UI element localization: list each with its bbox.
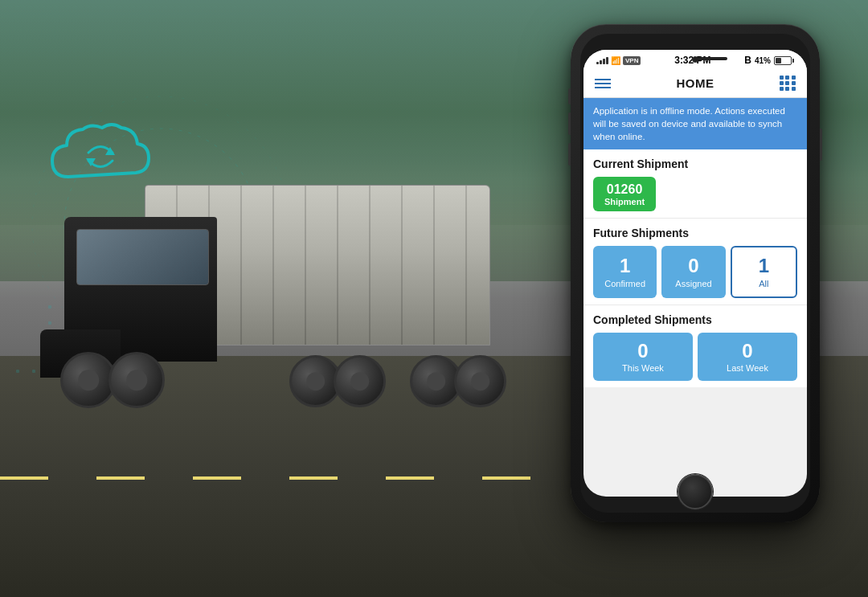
phone-outer-shell: 📶 VPN 3:32 PM B 41% (571, 24, 820, 522)
grid-dot (792, 81, 796, 85)
volume-up-button[interactable] (568, 112, 571, 135)
current-shipment-section: Current Shipment 01260 Shipment (583, 149, 807, 219)
last-week-count: 0 (742, 341, 752, 362)
last-week-tile[interactable]: 0 Last Week (698, 333, 797, 381)
this-week-tile[interactable]: 0 This Week (593, 333, 693, 381)
status-left-icons: 📶 VPN (596, 56, 641, 65)
battery-indicator (774, 56, 794, 65)
hamburger-menu-button[interactable] (595, 79, 611, 88)
signal-bar-4 (606, 57, 608, 64)
this-week-label: This Week (622, 363, 664, 373)
signal-bar-1 (596, 62, 599, 64)
shipment-label: Shipment (604, 197, 645, 206)
completed-shipment-tiles: 0 This Week 0 Last Week (593, 333, 797, 381)
confirmed-count: 1 (620, 256, 630, 276)
assigned-count: 0 (688, 256, 698, 276)
hamburger-line-3 (595, 87, 611, 88)
assigned-label: Assigned (675, 279, 711, 288)
hamburger-line-2 (595, 83, 611, 84)
status-right-icons: B 41% (744, 55, 794, 66)
shipment-number: 01260 (607, 182, 643, 197)
volume-down-button[interactable] (568, 143, 571, 166)
hamburger-line-1 (595, 79, 611, 80)
confirmed-label: Confirmed (604, 279, 645, 288)
battery-percent: 41% (755, 56, 771, 65)
offline-banner: Application is in offline mode. Actions … (583, 98, 807, 149)
signal-bars (596, 56, 608, 64)
grid-dot (780, 81, 784, 85)
signal-bar-2 (600, 60, 602, 64)
grid-dot (785, 87, 789, 91)
battery-body (774, 56, 792, 65)
signal-bar-3 (603, 59, 605, 64)
phone-screen: 📶 VPN 3:32 PM B 41% (583, 50, 807, 497)
truck-container (0, 80, 547, 522)
phone-inner-frame: 📶 VPN 3:32 PM B 41% (580, 34, 810, 513)
grid-dot (780, 76, 784, 80)
assigned-tile[interactable]: 0 Assigned (661, 246, 725, 297)
wheel-trailer-right (454, 355, 506, 407)
battery-tip (792, 59, 794, 63)
this-week-count: 0 (637, 341, 648, 362)
nav-title: HOME (677, 76, 714, 90)
bluetooth-icon: B (744, 55, 751, 66)
completed-shipments-title: Completed Shipments (593, 313, 797, 326)
future-shipments-title: Future Shipments (593, 227, 797, 239)
wheel-front-right (108, 352, 165, 408)
all-count: 1 (759, 256, 769, 276)
wifi-icon: 📶 (611, 56, 620, 65)
completed-shipments-section: Completed Shipments 0 This Week 0 Last W… (583, 305, 807, 387)
future-shipment-tiles: 1 Confirmed 0 Assigned 1 All (593, 246, 797, 297)
last-week-label: Last Week (727, 363, 768, 373)
all-label: All (759, 279, 768, 288)
grid-dot (792, 76, 796, 80)
current-shipment-badge[interactable]: 01260 Shipment (593, 177, 656, 211)
future-shipments-section: Future Shipments 1 Confirmed 0 Assigned … (583, 219, 807, 305)
home-button[interactable] (678, 474, 713, 509)
nav-bar: HOME (583, 69, 807, 98)
offline-message: Application is in offline mode. Actions … (593, 106, 785, 141)
grid-menu-button[interactable] (780, 76, 796, 91)
grid-dot (785, 81, 789, 85)
grid-dot (785, 76, 789, 80)
cab-window (76, 229, 209, 285)
grid-dot (792, 87, 796, 91)
earpiece-speaker (695, 57, 727, 60)
current-shipment-title: Current Shipment (593, 157, 797, 170)
all-tile[interactable]: 1 All (731, 246, 797, 297)
wheel-rear-right (334, 355, 386, 407)
truck-body (16, 145, 514, 402)
power-button[interactable] (820, 129, 822, 161)
phone-device: 📶 VPN 3:32 PM B 41% (571, 24, 820, 522)
mute-button[interactable] (568, 88, 571, 104)
battery-fill (776, 58, 781, 63)
vpn-badge: VPN (623, 56, 641, 65)
grid-dot (780, 87, 784, 91)
confirmed-tile[interactable]: 1 Confirmed (593, 246, 657, 297)
